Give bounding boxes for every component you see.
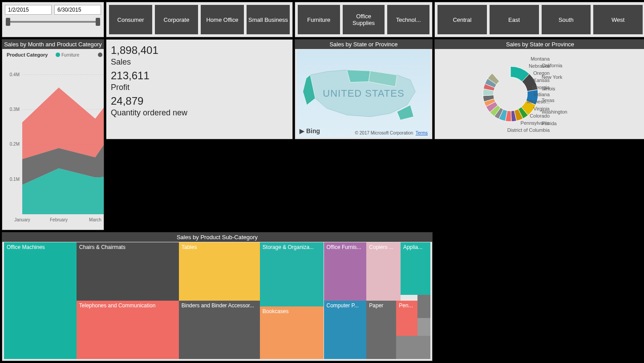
svg-text:February: February [50, 217, 68, 222]
treemap-cell[interactable] [396, 336, 430, 359]
category-slicer: Furniture Office Supplies Technol... [295, 2, 433, 37]
treemap-cell[interactable]: Bookcases [260, 306, 324, 359]
kpi-qty-label: Quantity ordered new [111, 108, 288, 118]
treemap-visual[interactable]: Sales by Product Sub-Category Office Mac… [2, 232, 433, 361]
region-slicer: Central East South West [434, 2, 644, 37]
svg-point-3 [98, 53, 102, 57]
kpi-sales-value: 1,898,401 [111, 44, 288, 57]
slicer-technology[interactable]: Technol... [387, 5, 429, 34]
map-terms-link[interactable]: Terms [416, 131, 428, 135]
svg-text:0.1M: 0.1M [10, 177, 20, 182]
svg-text:0.4M: 0.4M [10, 72, 20, 77]
treemap-cell[interactable]: Binders and Binder Accessor... [179, 301, 260, 359]
slicer-west[interactable]: West [593, 5, 643, 34]
area-chart[interactable]: Sales by Month and Product Category Prod… [2, 39, 104, 230]
kpi-profit-value: 213,611 [111, 69, 288, 82]
treemap-cell[interactable]: Office Furnis... [324, 242, 367, 301]
donut-label: New York [542, 74, 562, 80]
svg-text:Office Supplies: Office Supplies [104, 53, 104, 57]
donut-label: California [542, 63, 562, 68]
slider-thumb-right[interactable] [96, 18, 100, 26]
svg-text:March: March [89, 217, 101, 222]
date-start-input[interactable]: 1/2/2015 [5, 5, 52, 15]
donut-label: Illinois [542, 86, 555, 91]
slicer-south[interactable]: South [542, 5, 591, 34]
treemap-cell[interactable] [417, 295, 430, 318]
treemap-cell[interactable]: Storage & Organiza... [260, 242, 324, 306]
donut-label: Indiana [534, 92, 550, 97]
slider-thumb-left[interactable] [6, 18, 10, 26]
slicer-furniture[interactable]: Furniture [298, 5, 340, 34]
donut-label: Texas [542, 98, 555, 103]
area-series[interactable] [22, 71, 104, 159]
treemap-title: Sales by Product Sub-Category [2, 232, 432, 242]
treemap-cell[interactable]: Copiers ... [366, 242, 401, 301]
slicer-home-office[interactable]: Home Office [201, 5, 244, 34]
slicer-office-supplies[interactable]: Office Supplies [343, 5, 385, 34]
svg-point-1 [56, 53, 60, 57]
map-visual[interactable]: Sales by State or Province UNITED STATES… [295, 39, 433, 139]
treemap-cell[interactable]: Tables [179, 242, 260, 301]
date-end-input[interactable]: 6/30/2015 [54, 5, 101, 15]
segment-slicer: Consumer Corporate Home Office Small Bus… [106, 2, 293, 37]
treemap-cell[interactable]: Computer P... [324, 301, 367, 359]
svg-text:Furniture: Furniture [61, 53, 79, 57]
treemap-cell[interactable]: Applia... [401, 242, 430, 295]
donut-label: Florida [542, 121, 557, 126]
area-title: Sales by Month and Product Category [2, 40, 104, 49]
svg-text:0.2M: 0.2M [10, 142, 20, 147]
donut-visual[interactable]: Sales by State or Province MontanaNebras… [434, 39, 644, 139]
donut-label: Montana [531, 56, 550, 61]
svg-text:0.3M: 0.3M [10, 107, 20, 112]
map-center-label: UNITED STATES [323, 88, 404, 99]
treemap-cell[interactable]: Paper [366, 301, 396, 359]
donut-label: District of Columbia [507, 127, 550, 133]
date-slider[interactable] [8, 21, 98, 23]
donut-label: Washington [542, 109, 567, 114]
slicer-corporate[interactable]: Corporate [155, 5, 198, 34]
map-title: Sales by State or Province [295, 40, 432, 49]
kpi-card: 1,898,401 Sales 213,611 Profit 24,879 Qu… [106, 39, 293, 139]
kpi-profit-label: Profit [111, 83, 288, 92]
treemap-cell[interactable]: Chairs & Chairmats [77, 242, 179, 301]
treemap-cell[interactable]: Pen... [396, 301, 417, 336]
slicer-small-business[interactable]: Small Business [247, 5, 290, 34]
slicer-central[interactable]: Central [437, 5, 487, 34]
svg-text:January: January [14, 217, 30, 222]
svg-text:Product Category: Product Category [7, 52, 48, 57]
kpi-sales-label: Sales [111, 57, 288, 67]
donut-title: Sales by State or Province [435, 40, 644, 49]
treemap-cell[interactable]: Telephones and Communication [77, 301, 179, 359]
kpi-qty-value: 24,879 [111, 95, 288, 107]
slicer-consumer[interactable]: Consumer [109, 5, 152, 34]
date-range-slicer[interactable]: 1/2/2015 6/30/2015 [2, 2, 104, 37]
treemap-cell[interactable]: Office Machines [4, 242, 77, 359]
map-attribution: © 2017 Microsoft Corporation Terms [355, 131, 428, 135]
slicer-east[interactable]: East [490, 5, 539, 34]
bing-logo: ▶ Bing [300, 127, 320, 135]
